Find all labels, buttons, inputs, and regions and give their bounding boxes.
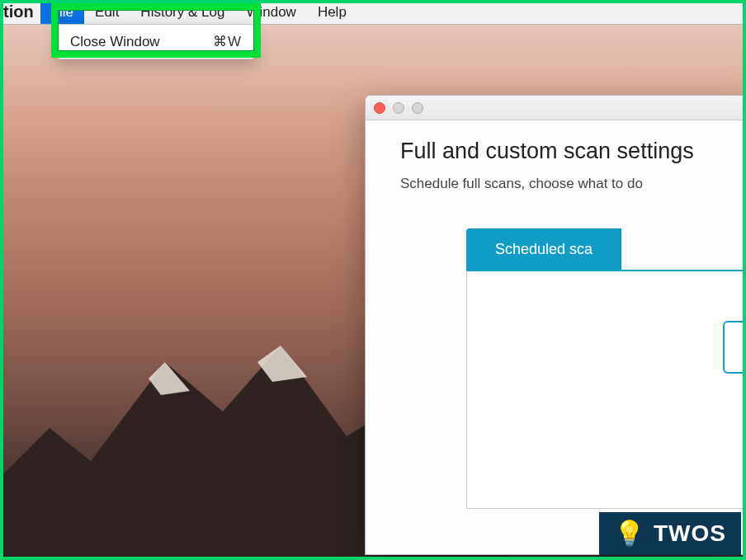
menu-file[interactable]: File	[40, 1, 84, 24]
menu-item-shortcut: ⌘W	[213, 33, 242, 50]
panel-title: Full and custom scan settings	[400, 139, 744, 164]
zoom-icon[interactable]	[412, 102, 423, 114]
menu-history-log[interactable]: History & Log	[130, 1, 235, 24]
menu-window[interactable]: Window	[235, 1, 306, 24]
menubar: tion File Edit History & Log Window Help	[0, 0, 746, 25]
menu-edit[interactable]: Edit	[84, 1, 130, 24]
file-menu-dropdown: Close Window ⌘W	[56, 24, 256, 59]
menu-item-label: Close Window	[70, 34, 160, 50]
close-icon[interactable]	[374, 102, 385, 114]
watermark-badge: 💡 TWOS	[599, 512, 741, 555]
tab-scheduled-scans[interactable]: Scheduled sca	[466, 228, 621, 270]
scan-settings-window: Full and custom scan settings Schedule f…	[365, 95, 744, 555]
lightbulb-icon: 💡	[614, 521, 645, 546]
minimize-icon[interactable]	[393, 102, 404, 114]
panel-description: Schedule full scans, choose what to do	[400, 176, 744, 192]
scheduled-scans-card	[466, 270, 744, 509]
app-name-suffix: tion	[0, 2, 40, 21]
menu-item-close-window[interactable]: Close Window ⌘W	[57, 30, 255, 54]
menu-help[interactable]: Help	[307, 1, 357, 24]
window-titlebar[interactable]	[366, 96, 744, 120]
card-partial-control[interactable]	[723, 321, 743, 374]
watermark-text: TWOS	[654, 520, 726, 547]
